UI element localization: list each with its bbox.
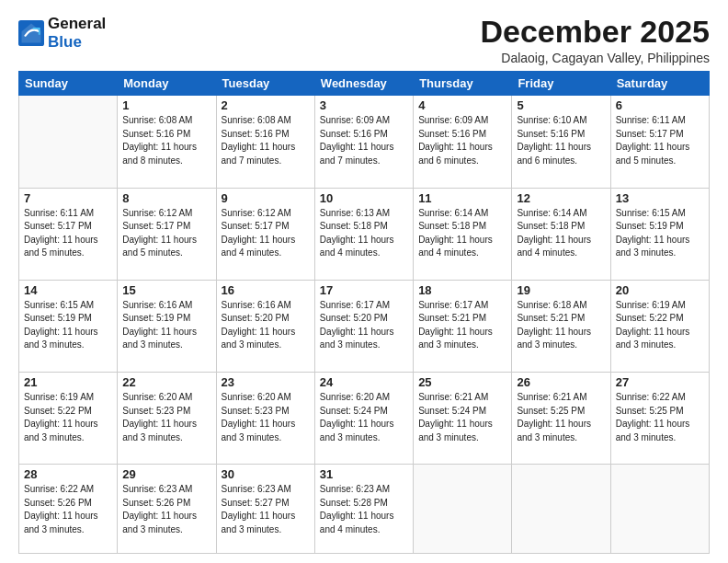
calendar-cell: [610, 465, 709, 554]
day-info: Sunrise: 6:23 AMSunset: 5:26 PMDaylight:…: [122, 483, 210, 536]
day-number: 2: [222, 98, 310, 112]
day-info: Sunrise: 6:14 AMSunset: 5:18 PMDaylight:…: [418, 207, 506, 260]
logo-icon: [18, 20, 44, 46]
calendar-cell: 1Sunrise: 6:08 AMSunset: 5:16 PMDaylight…: [118, 96, 216, 188]
day-number: 7: [24, 191, 112, 205]
page: General Blue December 2025 Dalaoig, Caga…: [0, 0, 728, 563]
calendar-cell: 15Sunrise: 6:16 AMSunset: 5:19 PMDayligh…: [118, 280, 216, 372]
calendar-cell: 23Sunrise: 6:20 AMSunset: 5:23 PMDayligh…: [216, 373, 314, 465]
col-friday: Friday: [512, 72, 610, 96]
calendar-cell: 29Sunrise: 6:23 AMSunset: 5:26 PMDayligh…: [118, 465, 216, 554]
day-number: 21: [24, 375, 112, 389]
calendar-cell: 28Sunrise: 6:22 AMSunset: 5:26 PMDayligh…: [19, 465, 118, 554]
day-info: Sunrise: 6:18 AMSunset: 5:21 PMDaylight:…: [517, 299, 605, 352]
day-number: 5: [517, 98, 605, 112]
day-info: Sunrise: 6:22 AMSunset: 5:26 PMDaylight:…: [24, 483, 112, 536]
calendar-cell: 26Sunrise: 6:21 AMSunset: 5:25 PMDayligh…: [512, 373, 610, 465]
calendar-cell: 30Sunrise: 6:23 AMSunset: 5:27 PMDayligh…: [216, 465, 314, 554]
calendar-week-row: 14Sunrise: 6:15 AMSunset: 5:19 PMDayligh…: [19, 280, 710, 372]
day-info: Sunrise: 6:08 AMSunset: 5:16 PMDaylight:…: [122, 114, 210, 167]
day-number: 13: [616, 191, 704, 205]
calendar-cell: 16Sunrise: 6:16 AMSunset: 5:20 PMDayligh…: [216, 280, 314, 372]
logo: General Blue: [18, 15, 106, 51]
day-info: Sunrise: 6:10 AMSunset: 5:16 PMDaylight:…: [517, 114, 605, 167]
calendar-cell: [19, 96, 118, 188]
day-info: Sunrise: 6:21 AMSunset: 5:24 PMDaylight:…: [418, 391, 506, 444]
title-section: December 2025 Dalaoig, Cagayan Valley, P…: [480, 15, 710, 65]
day-info: Sunrise: 6:23 AMSunset: 5:28 PMDaylight:…: [320, 483, 408, 536]
calendar-cell: 6Sunrise: 6:11 AMSunset: 5:17 PMDaylight…: [610, 96, 709, 188]
calendar-cell: 11Sunrise: 6:14 AMSunset: 5:18 PMDayligh…: [414, 188, 512, 280]
calendar-cell: 25Sunrise: 6:21 AMSunset: 5:24 PMDayligh…: [414, 373, 512, 465]
day-info: Sunrise: 6:20 AMSunset: 5:23 PMDaylight:…: [222, 391, 310, 444]
day-number: 30: [222, 467, 310, 481]
day-number: 4: [418, 98, 506, 112]
calendar-header-row: Sunday Monday Tuesday Wednesday Thursday…: [19, 72, 710, 96]
day-info: Sunrise: 6:12 AMSunset: 5:17 PMDaylight:…: [222, 207, 310, 260]
day-number: 14: [24, 283, 112, 297]
day-info: Sunrise: 6:17 AMSunset: 5:20 PMDaylight:…: [320, 299, 408, 352]
calendar-cell: 21Sunrise: 6:19 AMSunset: 5:22 PMDayligh…: [19, 373, 118, 465]
day-number: 15: [122, 283, 210, 297]
calendar-week-row: 7Sunrise: 6:11 AMSunset: 5:17 PMDaylight…: [19, 188, 710, 280]
header: General Blue December 2025 Dalaoig, Caga…: [18, 15, 710, 65]
location: Dalaoig, Cagayan Valley, Philippines: [480, 51, 710, 65]
day-info: Sunrise: 6:19 AMSunset: 5:22 PMDaylight:…: [24, 391, 112, 444]
day-info: Sunrise: 6:08 AMSunset: 5:16 PMDaylight:…: [222, 114, 310, 167]
day-info: Sunrise: 6:15 AMSunset: 5:19 PMDaylight:…: [616, 207, 704, 260]
day-number: 27: [616, 375, 704, 389]
day-info: Sunrise: 6:11 AMSunset: 5:17 PMDaylight:…: [616, 114, 704, 167]
calendar-cell: 7Sunrise: 6:11 AMSunset: 5:17 PMDaylight…: [19, 188, 118, 280]
day-info: Sunrise: 6:12 AMSunset: 5:17 PMDaylight:…: [122, 207, 210, 260]
col-saturday: Saturday: [610, 72, 709, 96]
day-number: 1: [122, 98, 210, 112]
day-number: 6: [616, 98, 704, 112]
day-number: 24: [320, 375, 408, 389]
calendar-cell: 22Sunrise: 6:20 AMSunset: 5:23 PMDayligh…: [118, 373, 216, 465]
day-info: Sunrise: 6:09 AMSunset: 5:16 PMDaylight:…: [418, 114, 506, 167]
day-number: 9: [222, 191, 310, 205]
day-info: Sunrise: 6:14 AMSunset: 5:18 PMDaylight:…: [517, 207, 605, 260]
col-thursday: Thursday: [414, 72, 512, 96]
calendar-week-row: 21Sunrise: 6:19 AMSunset: 5:22 PMDayligh…: [19, 373, 710, 465]
day-info: Sunrise: 6:21 AMSunset: 5:25 PMDaylight:…: [517, 391, 605, 444]
calendar-cell: 8Sunrise: 6:12 AMSunset: 5:17 PMDaylight…: [118, 188, 216, 280]
day-number: 29: [122, 467, 210, 481]
calendar-cell: 13Sunrise: 6:15 AMSunset: 5:19 PMDayligh…: [610, 188, 709, 280]
day-info: Sunrise: 6:17 AMSunset: 5:21 PMDaylight:…: [418, 299, 506, 352]
calendar-cell: 12Sunrise: 6:14 AMSunset: 5:18 PMDayligh…: [512, 188, 610, 280]
col-sunday: Sunday: [19, 72, 118, 96]
day-info: Sunrise: 6:15 AMSunset: 5:19 PMDaylight:…: [24, 299, 112, 352]
col-monday: Monday: [118, 72, 216, 96]
day-info: Sunrise: 6:23 AMSunset: 5:27 PMDaylight:…: [222, 483, 310, 536]
day-info: Sunrise: 6:16 AMSunset: 5:19 PMDaylight:…: [122, 299, 210, 352]
calendar-week-row: 28Sunrise: 6:22 AMSunset: 5:26 PMDayligh…: [19, 465, 710, 554]
calendar-cell: 14Sunrise: 6:15 AMSunset: 5:19 PMDayligh…: [19, 280, 118, 372]
day-number: 11: [418, 191, 506, 205]
calendar-cell: 4Sunrise: 6:09 AMSunset: 5:16 PMDaylight…: [414, 96, 512, 188]
logo-text: General Blue: [48, 15, 106, 51]
calendar-cell: 20Sunrise: 6:19 AMSunset: 5:22 PMDayligh…: [610, 280, 709, 372]
day-info: Sunrise: 6:22 AMSunset: 5:25 PMDaylight:…: [616, 391, 704, 444]
day-info: Sunrise: 6:20 AMSunset: 5:23 PMDaylight:…: [122, 391, 210, 444]
day-info: Sunrise: 6:13 AMSunset: 5:18 PMDaylight:…: [320, 207, 408, 260]
col-wednesday: Wednesday: [314, 72, 413, 96]
calendar-cell: 9Sunrise: 6:12 AMSunset: 5:17 PMDaylight…: [216, 188, 314, 280]
calendar-cell: 19Sunrise: 6:18 AMSunset: 5:21 PMDayligh…: [512, 280, 610, 372]
day-number: 16: [222, 283, 310, 297]
calendar-cell: [512, 465, 610, 554]
day-info: Sunrise: 6:19 AMSunset: 5:22 PMDaylight:…: [616, 299, 704, 352]
day-info: Sunrise: 6:09 AMSunset: 5:16 PMDaylight:…: [320, 114, 408, 167]
calendar-cell: 18Sunrise: 6:17 AMSunset: 5:21 PMDayligh…: [414, 280, 512, 372]
day-number: 3: [320, 98, 408, 112]
day-number: 26: [517, 375, 605, 389]
day-info: Sunrise: 6:20 AMSunset: 5:24 PMDaylight:…: [320, 391, 408, 444]
day-number: 12: [517, 191, 605, 205]
col-tuesday: Tuesday: [216, 72, 314, 96]
calendar-cell: [414, 465, 512, 554]
day-number: 18: [418, 283, 506, 297]
day-info: Sunrise: 6:16 AMSunset: 5:20 PMDaylight:…: [222, 299, 310, 352]
calendar-cell: 2Sunrise: 6:08 AMSunset: 5:16 PMDaylight…: [216, 96, 314, 188]
calendar-cell: 31Sunrise: 6:23 AMSunset: 5:28 PMDayligh…: [314, 465, 413, 554]
day-number: 10: [320, 191, 408, 205]
